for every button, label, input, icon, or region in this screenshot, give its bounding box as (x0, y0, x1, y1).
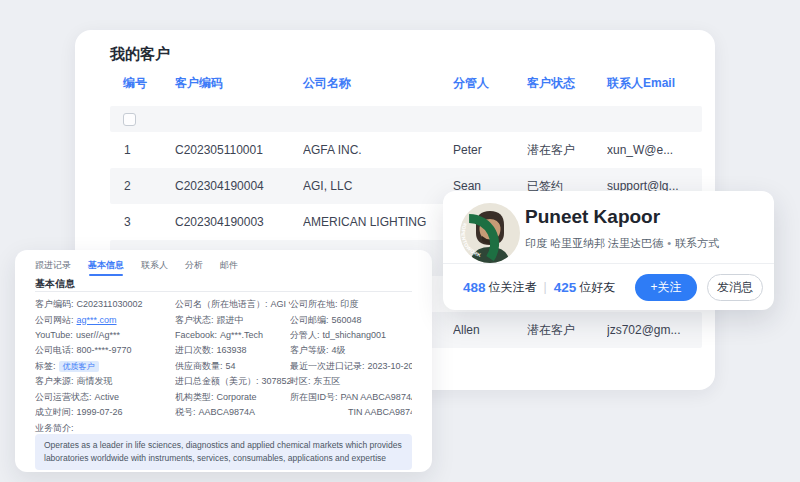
section-divider (35, 291, 412, 292)
customer-code: C202304190004 (175, 179, 303, 193)
stats-separator: | (544, 280, 547, 294)
field-value: 东五区 (314, 376, 341, 386)
dot-separator: • (667, 237, 671, 249)
followers-count: 488 (463, 280, 486, 295)
owner-name: Allen (453, 323, 527, 337)
field-value: 163938 (217, 345, 247, 355)
customer-code: C202305110001 (175, 143, 303, 157)
field-label: 公司网站: (35, 315, 74, 325)
status: 潜在客户 (527, 322, 607, 339)
field-cell: TIN AABCA9874A (290, 407, 412, 417)
field-cell: 最近一次进口记录:2023-10-20 (290, 360, 412, 373)
column-header: 分管人 (453, 75, 527, 92)
message-button[interactable]: 发消息 (707, 274, 763, 301)
field-label: 进口总金额（美元）: (175, 376, 259, 386)
tab-active[interactable]: 基本信息 (88, 259, 124, 272)
follow-button[interactable]: +关注 (635, 274, 697, 301)
field-cell: 客户状态:跟进中 (175, 314, 290, 327)
field-value: 商情发现 (77, 376, 113, 386)
field-cell: 公司名（所在地语言）:AGI *** LTD (175, 298, 290, 311)
customer-code: C202304190003 (175, 215, 303, 229)
owner-name: Peter (453, 143, 527, 157)
contact-link[interactable]: 联系方式 (675, 237, 719, 249)
tab-item[interactable]: 邮件 (220, 259, 238, 272)
field-cell: 公司运营状态:Active (35, 391, 175, 404)
field-label: 时区: (290, 376, 311, 386)
profile-subtitle: 印度 哈里亚纳邦 法里达巴德•联系方式 (525, 236, 719, 251)
field-value: Corporate (217, 392, 257, 402)
column-header: 编号 (110, 75, 175, 92)
website-link[interactable]: ag***.com (77, 315, 117, 325)
field-cell: YouTube:user//Ag*** (35, 330, 175, 340)
profile-location: 印度 哈里亚纳邦 法里达巴德 (525, 237, 663, 249)
field-value: Active (95, 392, 120, 402)
field-cell: 进口总金额（美元）:307852992.67 (175, 375, 290, 388)
field-row: 客户来源:商情发现进口总金额（美元）:307852992.67时区:东五区 (35, 374, 412, 389)
profile-card: #OPENTOWORK Puneet Kapoor 印度 哈里亚纳邦 法里达巴德… (443, 191, 774, 310)
field-value: 4级 (332, 345, 346, 355)
field-cell: 客户编码:C202311030002 (35, 298, 175, 311)
field-cell: 客户等级:4级 (290, 344, 412, 357)
contact-email: jzs702@gm... (607, 323, 702, 337)
field-row: 公司电话:800-****-9770进口次数:163938客户等级:4级 (35, 343, 412, 358)
field-cell: Facebook:Ag***.Tech (175, 330, 290, 340)
field-row: 公司运营状态:Active机构类型:Corporate所在国ID号:PAN AA… (35, 389, 412, 404)
field-label: 税号: (175, 407, 196, 417)
table-row[interactable]: 1C202305110001AGFA INC.Peter潜在客户xun_W@e.… (110, 132, 702, 168)
company-name: AGI, LLC (303, 179, 453, 193)
field-label: 供应商数量: (175, 361, 223, 371)
field-cell: 公司网站:ag***.com (35, 314, 175, 327)
field-label: 公司运营状态: (35, 392, 92, 402)
field-value: Ag***.Tech (220, 330, 263, 340)
field-label: Facebook: (175, 330, 217, 340)
field-value: TIN AABCA9874A (348, 407, 412, 417)
column-header: 客户状态 (527, 75, 607, 92)
company-name: AGFA INC. (303, 143, 453, 157)
select-all-row (110, 106, 702, 132)
field-cell: 成立时间:1999-07-26 (35, 406, 175, 419)
field-value: 印度 (341, 299, 359, 309)
field-label: 公司名（所在地语言）: (175, 299, 268, 309)
field-value: 800-****-9770 (77, 345, 132, 355)
field-cell: 所在国ID号:PAN AABCA9874A (290, 391, 412, 404)
field-value: td_shichang001 (323, 330, 387, 340)
field-label: 客户等级: (290, 345, 329, 355)
field-row: 公司网站:ag***.com客户状态:跟进中公司邮编:560048 (35, 312, 412, 327)
friends-label: 位好友 (579, 279, 615, 296)
table-header: 编号客户编码公司名称分管人客户状态联系人Email (110, 68, 702, 98)
profile-name: Puneet Kapoor (525, 206, 660, 228)
page-title: 我的客户 (110, 45, 170, 64)
field-label: 客户状态: (175, 315, 214, 325)
customer-detail-panel: 跟进记录基本信息联系人分析邮件 基本信息 客户编码:C202311030002公… (15, 250, 432, 472)
select-all-checkbox[interactable] (123, 113, 136, 126)
field-row: 客户编码:C202311030002公司名（所在地语言）:AGI *** LTD… (35, 297, 412, 312)
section-title: 基本信息 (35, 277, 75, 291)
followers-label: 位关注者 (489, 279, 537, 296)
tab-item[interactable]: 跟进记录 (35, 259, 71, 272)
field-value: AABCA9874A (199, 407, 256, 417)
intro-text: Operates as a leader in life sciences, d… (35, 434, 412, 470)
field-label: 客户编码: (35, 299, 74, 309)
quality-customer-badge: 优质客户 (59, 361, 99, 372)
row-number: 2 (110, 179, 175, 193)
field-cell: 标签:优质客户 (35, 360, 175, 373)
column-header: 公司名称 (303, 75, 453, 92)
field-row: YouTube:user//Ag***Facebook:Ag***.Tech分管… (35, 328, 412, 343)
field-label: 分管人: (290, 330, 320, 340)
contact-email: xun_W@e... (607, 143, 702, 157)
profile-stats: 488 位关注者 | 425 位好友 (463, 273, 615, 301)
field-value: AGI *** LTD (271, 299, 290, 309)
friends-count: 425 (554, 280, 577, 295)
status: 潜在客户 (527, 142, 607, 159)
field-label: 最近一次进口记录: (290, 361, 365, 371)
field-label: 所在国ID号: (290, 392, 338, 402)
field-cell: 公司电话:800-****-9770 (35, 344, 175, 357)
field-value: 2023-10-20 (368, 361, 412, 371)
field-label: 公司电话: (35, 345, 74, 355)
field-cell: 公司邮编:560048 (290, 314, 412, 327)
tab-item[interactable]: 分析 (185, 259, 203, 272)
detail-tabs: 跟进记录基本信息联系人分析邮件 (35, 259, 238, 272)
field-cell: 供应商数量:54 (175, 360, 290, 373)
tab-item[interactable]: 联系人 (141, 259, 168, 272)
field-value: user//Ag*** (76, 330, 120, 340)
